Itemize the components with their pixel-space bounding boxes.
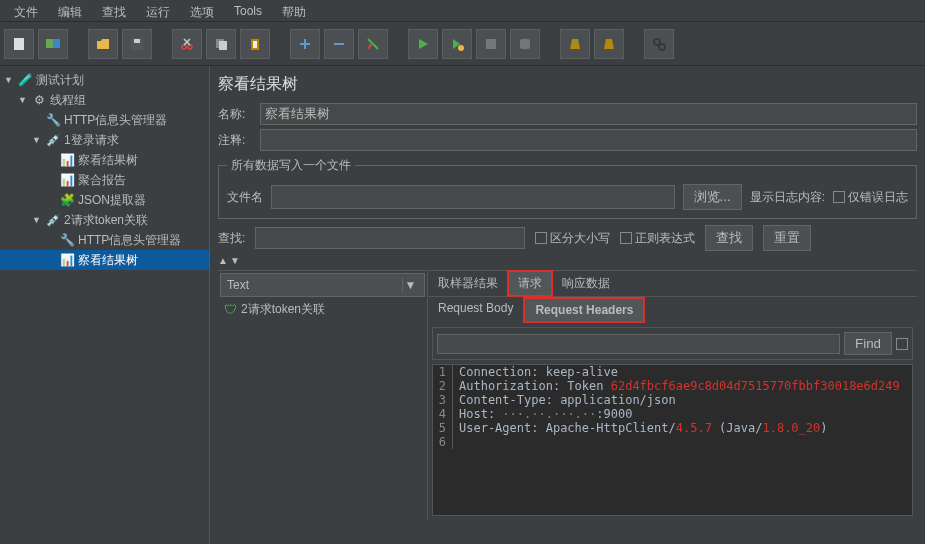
save-icon[interactable] (122, 29, 152, 59)
toggle-icon[interactable] (358, 29, 388, 59)
name-input[interactable] (260, 103, 917, 125)
svg-rect-2 (53, 39, 60, 48)
clear-icon[interactable] (560, 29, 590, 59)
reset-button[interactable]: 重置 (763, 225, 811, 251)
collapse-arrows[interactable]: ▲▼ (218, 255, 917, 266)
tree-viewtree2[interactable]: 📊察看结果树 (0, 250, 209, 270)
dropper-icon: 💉 (45, 212, 61, 228)
find-button[interactable]: Find (844, 332, 892, 355)
content-panel: 察看结果树 名称: 注释: 所有数据写入一个文件 文件名 浏览... 显示日志内… (210, 66, 925, 544)
tree-viewtree1[interactable]: 📊察看结果树 (0, 150, 209, 170)
new-icon[interactable] (4, 29, 34, 59)
showlog-label: 显示日志内容: (750, 189, 825, 206)
subtab-body[interactable]: Request Body (428, 297, 523, 323)
casesens-checkbox[interactable]: 区分大小写 (535, 230, 610, 247)
svg-rect-1 (46, 39, 53, 48)
tab-request[interactable]: 请求 (508, 271, 552, 296)
tree-httpheader2[interactable]: 🔧HTTP信息头管理器 (0, 230, 209, 250)
svg-point-6 (188, 45, 192, 49)
puzzle-icon: 🧩 (59, 192, 75, 208)
collapse-icon[interactable] (324, 29, 354, 59)
tree-login[interactable]: ▼💉1登录请求 (0, 130, 209, 150)
result-list: Text▼ 🛡 2请求token关联 (218, 271, 428, 520)
tree-aggreport[interactable]: 📊聚合报告 (0, 170, 209, 190)
toolbar (0, 22, 925, 66)
copy-icon[interactable] (206, 29, 236, 59)
fieldset-legend: 所有数据写入一个文件 (227, 157, 355, 174)
tree-panel[interactable]: ▼🧪测试计划 ▼⚙线程组 🔧HTTP信息头管理器 ▼💉1登录请求 📊察看结果树 … (0, 66, 210, 544)
templates-icon[interactable] (38, 29, 68, 59)
gear-icon: ⚙ (31, 92, 47, 108)
search-input[interactable] (255, 227, 525, 249)
tree-threadgroup[interactable]: ▼⚙线程组 (0, 90, 209, 110)
shutdown-icon[interactable] (510, 29, 540, 59)
find-checkbox[interactable] (896, 338, 908, 350)
menu-help[interactable]: 帮助 (272, 2, 316, 19)
flask-icon: 🧪 (17, 72, 33, 88)
menu-tools[interactable]: Tools (224, 2, 272, 19)
find-input[interactable] (437, 334, 840, 354)
svg-rect-10 (253, 41, 257, 48)
svg-rect-12 (486, 39, 496, 49)
svg-rect-13 (520, 39, 530, 49)
tree-testplan[interactable]: ▼🧪测试计划 (0, 70, 209, 90)
report-icon: 📊 (59, 172, 75, 188)
menu-run[interactable]: 运行 (136, 2, 180, 19)
report-icon: 📊 (59, 152, 75, 168)
menu-options[interactable]: 选项 (180, 2, 224, 19)
headers-text[interactable]: 1Connection: keep-alive2Authorization: T… (432, 364, 913, 516)
svg-rect-4 (134, 39, 140, 43)
start-no-pause-icon[interactable] (442, 29, 472, 59)
menu-bar: 文件 编辑 查找 运行 选项 Tools 帮助 (0, 0, 925, 22)
tree-httpheader1[interactable]: 🔧HTTP信息头管理器 (0, 110, 209, 130)
paste-icon[interactable] (240, 29, 270, 59)
file-fieldset: 所有数据写入一个文件 文件名 浏览... 显示日志内容: 仅错误日志 (218, 157, 917, 219)
svg-rect-0 (14, 38, 24, 50)
comment-input[interactable] (260, 129, 917, 151)
stop-icon[interactable] (476, 29, 506, 59)
report-icon: 📊 (59, 252, 75, 268)
comment-label: 注释: (218, 132, 260, 149)
renderer-dropdown[interactable]: Text▼ (220, 273, 425, 297)
tree-jsonextract[interactable]: 🧩JSON提取器 (0, 190, 209, 210)
tab-response[interactable]: 响应数据 (552, 271, 620, 296)
menu-file[interactable]: 文件 (4, 2, 48, 19)
svg-point-11 (458, 45, 464, 51)
result-detail: 取样器结果 请求 响应数据 Request Body Request Heade… (428, 271, 917, 520)
sample-item[interactable]: 🛡 2请求token关联 (218, 299, 427, 320)
name-label: 名称: (218, 106, 260, 123)
svg-point-15 (659, 44, 665, 50)
wrench-icon: 🔧 (59, 232, 75, 248)
subtab-headers[interactable]: Request Headers (523, 297, 645, 323)
tree-tokenreq[interactable]: ▼💉2请求token关联 (0, 210, 209, 230)
dropper-icon: 💉 (45, 132, 61, 148)
menu-search[interactable]: 查找 (92, 2, 136, 19)
svg-rect-8 (219, 41, 227, 50)
open-icon[interactable] (88, 29, 118, 59)
tab-sampler[interactable]: 取样器结果 (428, 271, 508, 296)
clear-all-icon[interactable] (594, 29, 624, 59)
search-label: 查找: (218, 230, 245, 247)
svg-point-14 (654, 39, 660, 45)
menu-edit[interactable]: 编辑 (48, 2, 92, 19)
panel-title: 察看结果树 (218, 70, 917, 103)
search-tree-icon[interactable] (644, 29, 674, 59)
filename-input[interactable] (271, 185, 675, 209)
regex-checkbox[interactable]: 正则表达式 (620, 230, 695, 247)
browse-button[interactable]: 浏览... (683, 184, 742, 210)
errorsonly-checkbox[interactable]: 仅错误日志 (833, 189, 908, 206)
search-button[interactable]: 查找 (705, 225, 753, 251)
success-icon: 🛡 (224, 302, 237, 317)
svg-point-5 (182, 45, 186, 49)
start-icon[interactable] (408, 29, 438, 59)
expand-icon[interactable] (290, 29, 320, 59)
filename-label: 文件名 (227, 189, 263, 206)
wrench-icon: 🔧 (45, 112, 61, 128)
cut-icon[interactable] (172, 29, 202, 59)
